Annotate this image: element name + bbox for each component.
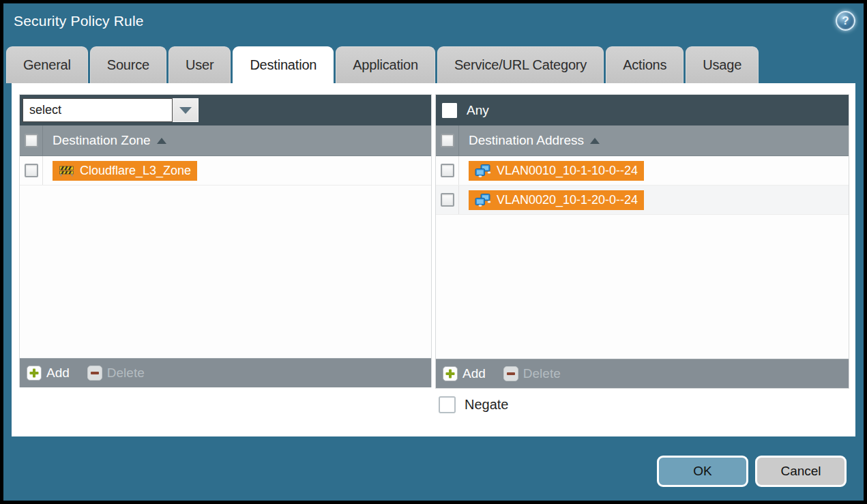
minus-icon bbox=[503, 366, 518, 381]
add-zone-button[interactable]: Add bbox=[27, 366, 70, 381]
address-table-header: Destination Address bbox=[436, 125, 849, 156]
address-icon bbox=[475, 164, 491, 177]
add-address-button[interactable]: Add bbox=[443, 366, 486, 381]
destination-address-panel: Any Destination Address bbox=[435, 94, 849, 389]
sort-ascending-icon bbox=[590, 138, 600, 144]
dialog-title: Security Policy Rule bbox=[14, 13, 144, 29]
tab-bar: General Source User Destination Applicat… bbox=[6, 46, 761, 83]
zone-row-checkbox[interactable] bbox=[25, 164, 38, 177]
zone-panel-toolbar bbox=[20, 95, 431, 125]
zone-item[interactable]: Cloudflare_L3_Zone bbox=[53, 161, 197, 181]
tab-actions[interactable]: Actions bbox=[606, 46, 684, 83]
minus-icon bbox=[87, 366, 102, 381]
table-row: VLAN0020_10-1-20-0--24 bbox=[436, 186, 849, 215]
delete-button-label: Delete bbox=[107, 366, 145, 381]
address-header-checkbox-cell bbox=[436, 125, 459, 155]
delete-button-label: Delete bbox=[523, 366, 561, 381]
negate-checkbox[interactable] bbox=[439, 396, 456, 413]
destination-zone-panel: Destination Zone bbox=[19, 94, 432, 387]
delete-zone-button[interactable]: Delete bbox=[87, 366, 145, 381]
negate-option: Negate bbox=[439, 396, 509, 413]
any-checkbox-label: Any bbox=[467, 103, 489, 118]
tab-service-url-category[interactable]: Service/URL Category bbox=[437, 46, 604, 83]
column-header-destination-zone[interactable]: Destination Zone bbox=[53, 133, 151, 148]
zone-item-label: Cloudflare_L3_Zone bbox=[80, 164, 191, 178]
select-all-zones-checkbox[interactable] bbox=[25, 134, 38, 147]
plus-icon bbox=[443, 366, 458, 381]
zone-select-combo bbox=[23, 98, 199, 122]
tab-general[interactable]: General bbox=[6, 46, 88, 83]
zone-row-checkbox-cell bbox=[20, 156, 43, 185]
security-policy-rule-dialog: Security Policy Rule ? General Source Us… bbox=[0, 0, 867, 504]
delete-address-button[interactable]: Delete bbox=[503, 366, 561, 381]
address-row-checkbox-cell bbox=[436, 186, 459, 214]
tab-destination[interactable]: Destination bbox=[233, 46, 334, 83]
tab-user[interactable]: User bbox=[168, 46, 231, 83]
zone-panel-footer: Add Delete bbox=[20, 358, 431, 387]
address-row-checkbox[interactable] bbox=[441, 164, 454, 177]
help-icon[interactable]: ? bbox=[836, 11, 855, 31]
sort-ascending-icon bbox=[157, 138, 166, 144]
table-row: Cloudflare_L3_Zone bbox=[20, 156, 431, 186]
address-item-label: VLAN0020_10-1-20-0--24 bbox=[497, 193, 638, 207]
tab-content-destination: Destination Zone bbox=[12, 83, 855, 436]
address-list: VLAN0010_10-1-10-0--24 bbox=[436, 156, 849, 359]
zone-select-dropdown-button[interactable] bbox=[173, 98, 199, 122]
zone-list: Cloudflare_L3_Zone bbox=[20, 156, 431, 358]
address-item[interactable]: VLAN0020_10-1-20-0--24 bbox=[469, 190, 644, 210]
zone-select-input[interactable] bbox=[23, 98, 173, 122]
table-row: VLAN0010_10-1-10-0--24 bbox=[436, 156, 849, 186]
address-panel-footer: Add Delete bbox=[436, 359, 849, 388]
tab-usage[interactable]: Usage bbox=[686, 46, 759, 83]
add-button-label: Add bbox=[46, 366, 70, 381]
zone-icon bbox=[59, 165, 74, 177]
negate-checkbox-label: Negate bbox=[465, 397, 509, 413]
zone-table-header: Destination Zone bbox=[20, 125, 431, 156]
address-row-checkbox-cell bbox=[436, 156, 459, 185]
address-item-label: VLAN0010_10-1-10-0--24 bbox=[497, 164, 638, 178]
select-all-addresses-checkbox[interactable] bbox=[441, 134, 454, 147]
tab-source[interactable]: Source bbox=[90, 46, 166, 83]
cancel-button[interactable]: Cancel bbox=[755, 456, 847, 487]
column-header-destination-address[interactable]: Destination Address bbox=[469, 133, 584, 148]
zone-header-checkbox-cell bbox=[20, 125, 43, 155]
address-row-checkbox[interactable] bbox=[441, 193, 454, 207]
ok-button[interactable]: OK bbox=[657, 456, 748, 487]
address-icon bbox=[475, 194, 491, 207]
plus-icon bbox=[27, 366, 42, 381]
tab-application[interactable]: Application bbox=[336, 46, 435, 83]
add-button-label: Add bbox=[462, 366, 486, 381]
address-item[interactable]: VLAN0010_10-1-10-0--24 bbox=[469, 161, 644, 181]
chevron-down-icon bbox=[179, 107, 192, 114]
any-address-checkbox[interactable] bbox=[442, 103, 457, 118]
address-panel-toolbar: Any bbox=[436, 95, 849, 125]
